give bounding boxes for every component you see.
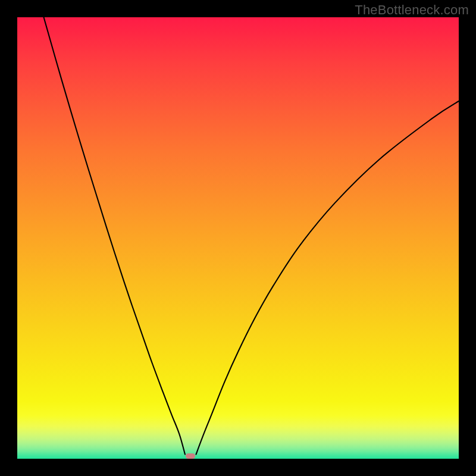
chart-frame: TheBottleneck.com	[0, 0, 476, 476]
plot-area	[17, 17, 459, 459]
gradient-background	[17, 17, 459, 459]
chart-svg	[17, 17, 459, 459]
watermark-text: TheBottleneck.com	[355, 2, 469, 18]
minimum-marker	[186, 453, 195, 459]
